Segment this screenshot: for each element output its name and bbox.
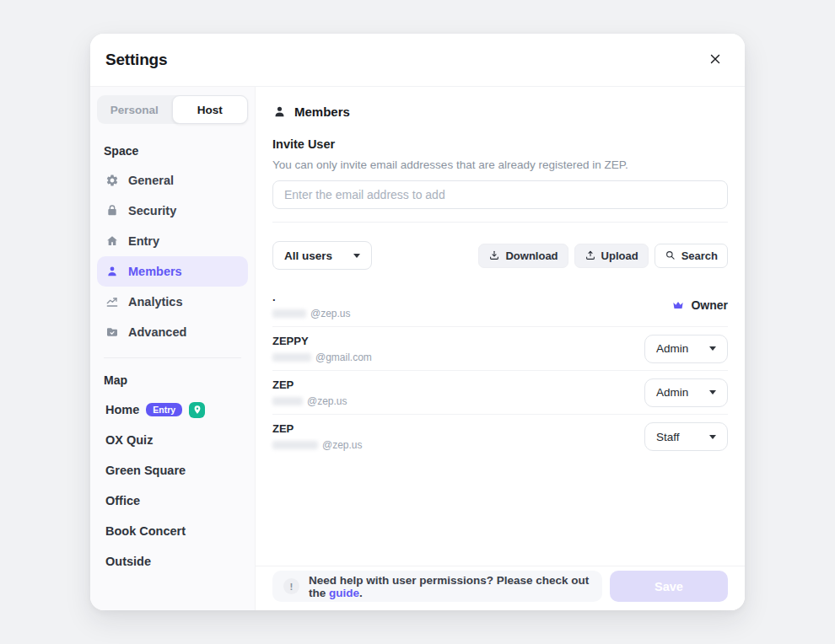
owner-label: Owner [691, 298, 728, 312]
invite-user-title: Invite User [272, 137, 728, 151]
modal-header: Settings [90, 34, 745, 87]
person-icon [272, 105, 287, 119]
role-value: Admin [656, 342, 688, 355]
chevron-down-icon [353, 254, 360, 258]
search-label: Search [681, 250, 718, 262]
sidebar-item-label: Advanced [128, 325, 186, 339]
map-item-label: Home [105, 403, 139, 416]
chart-icon [105, 295, 119, 309]
section-divider [272, 222, 728, 223]
role-value: Admin [656, 386, 688, 399]
member-row: ZEP @zep.us Staff [272, 415, 728, 459]
toggle-host[interactable]: Host [172, 95, 249, 124]
map-item-label: Book Concert [105, 524, 186, 538]
page-title: Settings [105, 51, 167, 69]
settings-sidebar: Personal Host Space General Security [90, 87, 256, 610]
members-toolbar: All users Download [272, 241, 728, 270]
member-row: ZEPPY @gmail.com Admin [272, 327, 728, 371]
upload-label: Upload [601, 250, 638, 262]
sidebar-item-label: Entry [128, 234, 159, 248]
role-select[interactable]: Admin [644, 378, 728, 407]
member-row: ZEP @zep.us Admin [272, 371, 728, 415]
map-section-label: Map [97, 358, 248, 394]
member-list: . @zep.us Owner ZEP [272, 283, 728, 459]
download-label: Download [505, 250, 558, 262]
sidebar-item-advanced[interactable]: Advanced [97, 317, 248, 347]
space-section-label: Space [97, 129, 248, 165]
map-item-home[interactable]: Home Entry [97, 394, 248, 425]
member-name: . [272, 291, 351, 303]
map-item-label: OX Quiz [105, 433, 153, 447]
gear-icon [105, 174, 119, 187]
member-name: ZEPPY [272, 335, 372, 347]
invite-email-input[interactable] [272, 180, 728, 209]
sidebar-item-general[interactable]: General [97, 165, 248, 196]
help-text: Need help with user permissions? Please … [309, 574, 591, 599]
map-item-label: Outside [105, 555, 151, 568]
map-item-book-concert[interactable]: Book Concert [97, 516, 248, 546]
sidebar-item-label: Members [128, 265, 182, 278]
home-icon [105, 234, 119, 248]
filter-value: All users [284, 250, 332, 262]
map-item-green-square[interactable]: Green Square [97, 455, 248, 486]
download-icon [488, 250, 500, 261]
role-value: Staff [656, 431, 680, 443]
member-email: @zep.us [310, 308, 351, 319]
member-name: ZEP [272, 378, 347, 391]
member-name: ZEP [272, 422, 363, 435]
chevron-down-icon [709, 346, 716, 351]
upload-button[interactable]: Upload [574, 244, 649, 268]
redacted-text [272, 353, 311, 362]
members-panel: Members Invite User You can only invite … [256, 87, 745, 610]
lock-icon [105, 204, 119, 217]
invite-user-description: You can only invite email addresses that… [272, 158, 728, 171]
map-item-office[interactable]: Office [97, 486, 248, 516]
close-button[interactable] [708, 51, 723, 69]
members-footer: ! Need help with user permissions? Pleas… [256, 566, 745, 606]
close-icon [708, 51, 723, 69]
save-button[interactable]: Save [610, 571, 728, 602]
redacted-text [272, 397, 303, 405]
entry-badge: Entry [146, 403, 182, 417]
upload-icon [584, 250, 596, 261]
search-button[interactable]: Search [655, 244, 728, 268]
settings-modal: Settings Personal Host Space General [90, 34, 745, 610]
chevron-down-icon [709, 435, 716, 439]
role-select[interactable]: Staff [644, 422, 728, 451]
search-icon [665, 250, 676, 261]
map-item-ox-quiz[interactable]: OX Quiz [97, 425, 248, 455]
members-header: Members [272, 105, 728, 119]
crown-icon [671, 298, 685, 312]
member-row: . @zep.us Owner [272, 283, 728, 327]
location-pin-icon [189, 402, 205, 418]
members-title: Members [294, 105, 350, 119]
sidebar-item-security[interactable]: Security [97, 196, 248, 226]
sidebar-item-label: Analytics [128, 295, 182, 309]
role-select[interactable]: Admin [644, 335, 728, 363]
member-email: @zep.us [307, 395, 347, 407]
folder-check-icon [105, 325, 119, 339]
guide-link[interactable]: guide [329, 587, 359, 599]
map-item-label: Office [105, 494, 140, 507]
map-item-label: Green Square [105, 464, 186, 477]
person-icon [105, 265, 119, 278]
map-item-outside[interactable]: Outside [97, 546, 248, 577]
download-button[interactable]: Download [478, 244, 568, 268]
redacted-text [272, 441, 318, 449]
sidebar-item-analytics[interactable]: Analytics [97, 287, 248, 317]
redacted-text [272, 309, 306, 318]
sidebar-item-label: General [128, 174, 174, 187]
toggle-personal[interactable]: Personal [97, 95, 172, 124]
sidebar-item-label: Security [128, 204, 176, 217]
exclamation-icon: ! [283, 578, 299, 594]
member-email: @zep.us [322, 439, 363, 451]
help-banner: ! Need help with user permissions? Pleas… [272, 571, 602, 602]
chevron-down-icon [709, 390, 716, 394]
user-filter-select[interactable]: All users [272, 241, 372, 270]
member-email: @gmail.com [315, 352, 372, 363]
owner-badge: Owner [671, 298, 728, 312]
sidebar-item-members[interactable]: Members [97, 256, 248, 287]
scope-toggle: Personal Host [97, 95, 248, 124]
sidebar-item-entry[interactable]: Entry [97, 226, 248, 256]
